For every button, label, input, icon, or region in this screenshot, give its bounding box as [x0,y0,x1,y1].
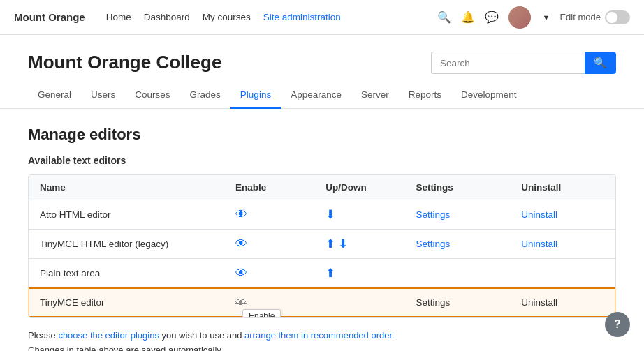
page-header: Mount Orange College 🔍 [0,35,644,82]
toggle-thumb [606,12,617,23]
section-title: Manage editors [28,126,616,144]
col-header-uninstall: Uninstall [510,175,615,200]
tab-general[interactable]: General [28,82,81,109]
nav-site-admin[interactable]: Site administration [263,12,341,22]
arrow-down-icon[interactable]: ⬇ [325,208,335,221]
editor-name-tinymce: TinyMCE editor [29,288,224,318]
settings-cell-atto: Settings [404,200,510,230]
eye-icon[interactable]: 👁 [235,208,247,221]
avatar-chevron-icon[interactable]: ▼ [543,13,550,22]
col-header-updown: Up/Down [314,175,404,200]
top-navigation: Mount Orange Home Dashboard My courses S… [0,0,644,35]
enable-cell-atto: 👁 [224,200,314,230]
sub-section-title: Available text editors [28,155,616,166]
edit-mode-switch[interactable] [605,10,630,24]
arrow-down-icon[interactable]: ⬇ [338,237,348,251]
search-icon[interactable]: 🔍 [437,10,451,24]
settings-link-atto[interactable]: Settings [416,209,450,220]
eye-off-icon: 👁 [235,297,247,308]
table-row: Plain text area 👁 ⬆ [29,259,615,288]
editors-table-wrapper: Name Enable Up/Down Settings Uninstall A… [28,174,616,318]
settings-link-tinymce-legacy[interactable]: Settings [416,239,450,249]
nav-my-courses[interactable]: My courses [203,12,251,22]
settings-cell-tinymce-legacy: Settings [404,230,510,259]
tab-plugins[interactable]: Plugins [230,82,281,109]
table-header-row: Name Enable Up/Down Settings Uninstall [29,175,615,200]
search-button[interactable]: 🔍 [585,52,616,74]
editor-name-atto: Atto HTML editor [29,200,224,230]
uninstall-cell-tinymce: Uninstall [510,288,615,318]
note-text-part1: Please [28,330,58,341]
uninstall-cell-plaintext [510,259,615,288]
tab-grades[interactable]: Grades [180,82,230,109]
table-row: TinyMCE editor 👁 Enable Settings [29,288,615,318]
messages-icon[interactable]: 💬 [485,10,499,24]
notifications-icon[interactable]: 🔔 [461,10,475,24]
nav-home[interactable]: Home [106,12,131,22]
note-link-choose[interactable]: choose the editor plugins [58,330,159,341]
enable-cell-tinymce-legacy: 👁 [224,230,314,259]
note-line1: Please choose the editor plugins you wis… [28,329,616,343]
uninstall-cell-tinymce-legacy: Uninstall [510,230,615,259]
tab-server[interactable]: Server [351,82,399,109]
arrow-up-icon[interactable]: ⬆ [325,237,335,251]
avatar[interactable] [508,6,531,29]
help-button[interactable]: ? [605,312,630,337]
col-header-name: Name [29,175,224,200]
enable-tooltip-wrap: 👁 Enable [235,295,247,310]
notes: Please choose the editor plugins you wis… [28,329,616,351]
settings-cell-plaintext [404,259,510,288]
hand-cursor-icon[interactable]: 👁 [235,295,247,310]
tab-courses[interactable]: Courses [125,82,180,109]
page-title: Mount Orange College [28,52,221,73]
editor-name-tinymce-legacy: TinyMCE HTML editor (legacy) [29,230,224,259]
note-link-arrange[interactable]: arrange them in recommended order. [244,330,395,341]
updown-cell-plaintext: ⬆ [314,259,404,288]
note-text-part2: you wish to use and [159,330,244,341]
nav-dashboard[interactable]: Dashboard [144,12,190,22]
updown-cell-tinymce-legacy: ⬆ ⬇ [314,230,404,259]
tab-reports[interactable]: Reports [399,82,451,109]
eye-icon[interactable]: 👁 [235,237,247,251]
uninstall-label-tinymce: Uninstall [521,297,557,308]
enable-cell-tinymce: 👁 Enable [224,288,314,318]
col-header-enable: Enable [224,175,314,200]
table-row: TinyMCE HTML editor (legacy) 👁 ⬆ ⬇ Setti… [29,230,615,259]
table-row: Atto HTML editor 👁 ⬇ Settings Uninstall [29,200,615,230]
col-header-settings: Settings [404,175,510,200]
editor-name-plaintext: Plain text area [29,259,224,288]
enable-cell-plaintext: 👁 [224,259,314,288]
settings-label-tinymce: Settings [416,297,450,308]
uninstall-link-atto[interactable]: Uninstall [521,209,557,220]
arrow-up-icon[interactable]: ⬆ [325,267,335,280]
site-name: Mount Orange [14,11,85,23]
search-input[interactable] [431,52,585,74]
nav-links: Home Dashboard My courses Site administr… [106,12,437,22]
editors-table: Name Enable Up/Down Settings Uninstall A… [29,175,615,317]
tab-appearance[interactable]: Appearance [281,82,351,109]
updown-cell-tinymce [314,288,404,318]
edit-mode-toggle: Edit mode [559,10,630,24]
search-bar: 🔍 [431,52,616,74]
note-line2: Changes in table above are saved automat… [28,343,616,351]
edit-mode-label: Edit mode [559,12,601,22]
updown-cell-atto: ⬇ [314,200,404,230]
uninstall-cell-atto: Uninstall [510,200,615,230]
tab-development[interactable]: Development [451,82,527,109]
nav-right: 🔍 🔔 💬 ▼ Edit mode [437,6,630,29]
tab-users[interactable]: Users [81,82,125,109]
enable-tooltip: Enable [242,309,281,318]
sub-navigation: General Users Courses Grades Plugins App… [0,82,644,109]
main-content: Manage editors Available text editors Na… [0,109,644,351]
uninstall-link-tinymce-legacy[interactable]: Uninstall [521,239,557,249]
settings-cell-tinymce: Settings [404,288,510,318]
eye-icon[interactable]: 👁 [235,267,247,280]
